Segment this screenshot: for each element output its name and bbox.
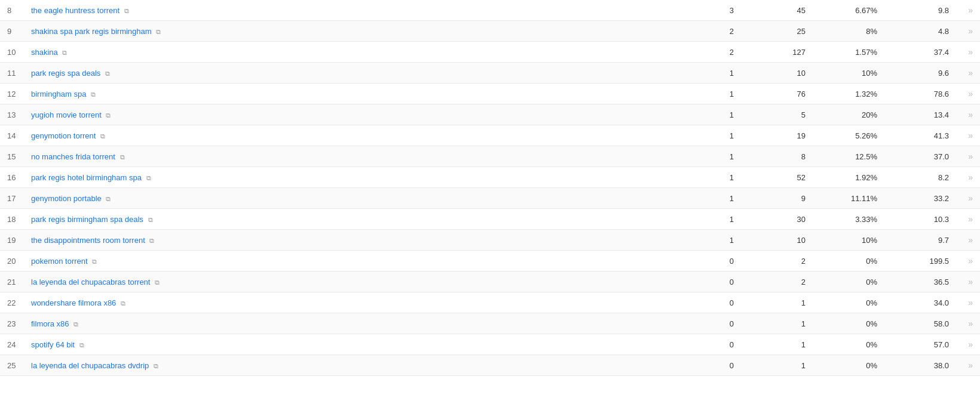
keyword-cell[interactable]: park regis spa deals ⧉: [24, 63, 669, 84]
keyword-cell[interactable]: the eagle huntress torrent ⧉: [24, 0, 669, 21]
external-link-icon[interactable]: ⧉: [149, 237, 154, 244]
keyword-cell[interactable]: la leyenda del chupacabras dvdrip ⧉: [24, 355, 669, 376]
impressions-cell: 45: [741, 0, 813, 21]
row-expand-arrow[interactable]: »: [956, 84, 980, 104]
impressions-cell: 1: [741, 292, 813, 313]
keyword-cell[interactable]: birmingham spa ⧉: [24, 84, 669, 104]
impressions-cell: 9: [741, 188, 813, 209]
keyword-cell[interactable]: shakina ⧉: [24, 42, 669, 63]
keyword-text: wondershare filmora x86: [31, 298, 116, 307]
keyword-cell[interactable]: spotify 64 bit ⧉: [24, 334, 669, 355]
clicks-cell: 0: [669, 313, 741, 334]
ctr-cell: 20%: [813, 104, 884, 125]
clicks-cell: 0: [669, 355, 741, 376]
row-expand-arrow[interactable]: »: [956, 104, 980, 125]
impressions-cell: 10: [741, 63, 813, 84]
keyword-text: genymotion torrent: [31, 131, 96, 140]
row-expand-arrow[interactable]: »: [956, 0, 980, 21]
row-number: 16: [0, 167, 24, 188]
external-link-icon[interactable]: ⧉: [106, 112, 111, 119]
table-row: 19 the disappointments room torrent ⧉ 1 …: [0, 230, 980, 251]
keyword-text: park regis birmingham spa deals: [31, 215, 143, 224]
keyword-cell[interactable]: filmora x86 ⧉: [24, 313, 669, 334]
external-link-icon[interactable]: ⧉: [106, 195, 111, 202]
ctr-cell: 12.5%: [813, 146, 884, 167]
keyword-text: spotify 64 bit: [31, 340, 75, 349]
clicks-cell: 0: [669, 251, 741, 272]
external-link-icon[interactable]: ⧉: [79, 341, 84, 349]
table-row: 20 pokemon torrent ⧉ 0 2 0% 199.5 »: [0, 251, 980, 272]
external-link-icon[interactable]: ⧉: [91, 91, 96, 98]
keyword-text: shakina spa park regis birmingham: [31, 27, 152, 36]
keyword-cell[interactable]: park regis birmingham spa deals ⧉: [24, 209, 669, 230]
external-link-icon[interactable]: ⧉: [100, 132, 105, 140]
position-cell: 13.4: [884, 104, 956, 125]
impressions-cell: 19: [741, 125, 813, 146]
row-number: 8: [0, 0, 24, 21]
row-number: 20: [0, 251, 24, 272]
row-expand-arrow[interactable]: »: [956, 146, 980, 167]
row-expand-arrow[interactable]: »: [956, 125, 980, 146]
row-expand-arrow[interactable]: »: [956, 230, 980, 251]
impressions-cell: 2: [741, 251, 813, 272]
row-number: 9: [0, 21, 24, 42]
row-expand-arrow[interactable]: »: [956, 21, 980, 42]
table-row: 11 park regis spa deals ⧉ 1 10 10% 9.6 »: [0, 63, 980, 84]
clicks-cell: 1: [669, 209, 741, 230]
keyword-cell[interactable]: pokemon torrent ⧉: [24, 251, 669, 272]
external-link-icon[interactable]: ⧉: [155, 279, 160, 286]
ctr-cell: 1.92%: [813, 167, 884, 188]
row-expand-arrow[interactable]: »: [956, 209, 980, 230]
table-row: 25 la leyenda del chupacabras dvdrip ⧉ 0…: [0, 355, 980, 376]
row-expand-arrow[interactable]: »: [956, 272, 980, 292]
keyword-text: park regis spa deals: [31, 69, 100, 78]
external-link-icon[interactable]: ⧉: [62, 49, 67, 56]
external-link-icon[interactable]: ⧉: [148, 216, 153, 223]
keyword-cell[interactable]: park regis hotel birmingham spa ⧉: [24, 167, 669, 188]
keyword-cell[interactable]: wondershare filmora x86 ⧉: [24, 292, 669, 313]
row-number: 18: [0, 209, 24, 230]
clicks-cell: 1: [669, 188, 741, 209]
position-cell: 37.4: [884, 42, 956, 63]
external-link-icon[interactable]: ⧉: [156, 28, 161, 35]
keyword-text: no manches frida torrent: [31, 152, 115, 161]
table-row: 8 the eagle huntress torrent ⧉ 3 45 6.67…: [0, 0, 980, 21]
external-link-icon[interactable]: ⧉: [121, 300, 125, 307]
keyword-text: the disappointments room torrent: [31, 236, 145, 245]
impressions-cell: 127: [741, 42, 813, 63]
row-expand-arrow[interactable]: »: [956, 251, 980, 272]
row-number: 25: [0, 355, 24, 376]
row-expand-arrow[interactable]: »: [956, 42, 980, 63]
row-number: 22: [0, 292, 24, 313]
keyword-text: filmora x86: [31, 319, 69, 328]
clicks-cell: 1: [669, 104, 741, 125]
row-expand-arrow[interactable]: »: [956, 313, 980, 334]
keyword-cell[interactable]: yugioh movie torrent ⧉: [24, 104, 669, 125]
table-row: 22 wondershare filmora x86 ⧉ 0 1 0% 34.0…: [0, 292, 980, 313]
keyword-cell[interactable]: the disappointments room torrent ⧉: [24, 230, 669, 251]
external-link-icon[interactable]: ⧉: [146, 174, 151, 181]
ctr-cell: 11.11%: [813, 188, 884, 209]
external-link-icon[interactable]: ⧉: [120, 153, 125, 161]
external-link-icon[interactable]: ⧉: [92, 258, 97, 265]
row-expand-arrow[interactable]: »: [956, 167, 980, 188]
row-expand-arrow[interactable]: »: [956, 63, 980, 84]
external-link-icon[interactable]: ⧉: [105, 70, 110, 77]
keyword-cell[interactable]: no manches frida torrent ⧉: [24, 146, 669, 167]
row-expand-arrow[interactable]: »: [956, 355, 980, 376]
external-link-icon[interactable]: ⧉: [154, 362, 158, 369]
table-row: 18 park regis birmingham spa deals ⧉ 1 3…: [0, 209, 980, 230]
keyword-cell[interactable]: la leyenda del chupacabras torrent ⧉: [24, 272, 669, 292]
keyword-cell[interactable]: genymotion portable ⧉: [24, 188, 669, 209]
position-cell: 57.0: [884, 334, 956, 355]
external-link-icon[interactable]: ⧉: [124, 7, 129, 14]
table-row: 12 birmingham spa ⧉ 1 76 1.32% 78.6 »: [0, 84, 980, 104]
ctr-cell: 10%: [813, 230, 884, 251]
keyword-cell[interactable]: shakina spa park regis birmingham ⧉: [24, 21, 669, 42]
keyword-cell[interactable]: genymotion torrent ⧉: [24, 125, 669, 146]
external-link-icon[interactable]: ⧉: [74, 321, 78, 328]
row-expand-arrow[interactable]: »: [956, 188, 980, 209]
ctr-cell: 0%: [813, 272, 884, 292]
row-expand-arrow[interactable]: »: [956, 292, 980, 313]
row-expand-arrow[interactable]: »: [956, 334, 980, 355]
